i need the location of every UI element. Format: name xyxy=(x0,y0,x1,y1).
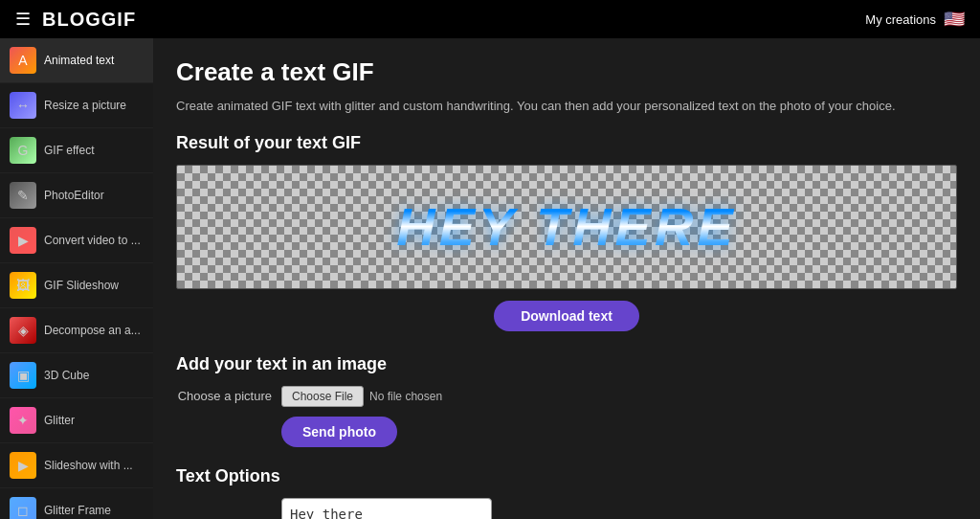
header-left: ☰ BLOGGIF xyxy=(15,9,136,31)
main-content: Create a text GIF Create animated GIF te… xyxy=(153,38,980,519)
language-flag-icon[interactable]: 🇺🇸 xyxy=(944,9,965,30)
sidebar-label-slideshow-with: Slideshow with ... xyxy=(44,459,133,472)
header-right: My creations 🇺🇸 xyxy=(865,9,965,30)
resize-picture-icon: ↔ xyxy=(10,92,36,119)
glitter-icon: ✦ xyxy=(10,407,36,434)
send-photo-button[interactable]: Send photo xyxy=(281,417,397,447)
sidebar-label-resize-picture: Resize a picture xyxy=(44,99,126,112)
sidebar-item-decompose[interactable]: ◈ Decompose an a... xyxy=(0,308,153,353)
sidebar-item-resize-picture[interactable]: ↔ Resize a picture xyxy=(0,83,153,128)
add-image-section-title: Add your text in an image xyxy=(176,354,957,374)
choose-picture-row: Choose a picture Choose File No file cho… xyxy=(176,386,957,407)
add-image-section: Add your text in an image Choose a pictu… xyxy=(176,354,957,447)
sidebar-item-animated-text[interactable]: A Animated text xyxy=(0,38,153,83)
3d-cube-icon: ▣ xyxy=(10,362,36,389)
photo-editor-icon: ✎ xyxy=(10,182,36,209)
sidebar-item-3d-cube[interactable]: ▣ 3D Cube xyxy=(0,353,153,398)
sidebar-item-convert-video[interactable]: ▶ Convert video to ... xyxy=(0,218,153,263)
text-options-title: Text Options xyxy=(176,466,957,486)
page-description: Create animated GIF text with glitter an… xyxy=(176,97,957,116)
gif-effect-icon: G xyxy=(10,137,36,164)
glitter-frame-icon: ◻ xyxy=(10,497,36,519)
your-text-row: Your text xyxy=(176,498,957,520)
logo: BLOGGIF xyxy=(42,9,136,31)
slideshow-with-icon: ▶ xyxy=(10,452,36,479)
your-text-input[interactable] xyxy=(281,498,492,520)
sidebar-label-photo-editor: PhotoEditor xyxy=(44,189,104,202)
my-creations-link[interactable]: My creations xyxy=(865,12,936,27)
sidebar-label-gif-slideshow: GIF Slideshow xyxy=(44,279,119,292)
convert-video-icon: ▶ xyxy=(10,227,36,254)
choose-picture-label: Choose a picture xyxy=(176,389,272,403)
sidebar-item-slideshow-with[interactable]: ▶ Slideshow with ... xyxy=(0,443,153,488)
animated-text-icon: A xyxy=(10,47,36,74)
sidebar-item-gif-slideshow[interactable]: 🖼 GIF Slideshow xyxy=(0,263,153,308)
download-text-button[interactable]: Download text xyxy=(494,301,639,331)
gif-slideshow-icon: 🖼 xyxy=(10,272,36,299)
text-options-section: Text Options Your text xyxy=(176,466,957,520)
gif-preview-area: HEY THERE xyxy=(176,165,957,289)
decompose-icon: ◈ xyxy=(10,317,36,344)
header: ☰ BLOGGIF My creations 🇺🇸 xyxy=(0,0,980,38)
sidebar: A Animated text ↔ Resize a picture G GIF… xyxy=(0,38,153,519)
sidebar-item-gif-effect[interactable]: G GIF effect xyxy=(0,128,153,173)
gif-preview-text: HEY THERE xyxy=(396,195,736,258)
sidebar-label-decompose: Decompose an a... xyxy=(44,324,141,337)
choose-file-button[interactable]: Choose File xyxy=(281,386,364,407)
sidebar-label-gif-effect: GIF effect xyxy=(44,144,94,157)
sidebar-label-3d-cube: 3D Cube xyxy=(44,369,89,382)
no-file-chosen-text: No file chosen xyxy=(369,390,442,403)
page-title: Create a text GIF xyxy=(176,57,957,87)
sidebar-label-glitter-frame: Glitter Frame xyxy=(44,504,111,517)
sidebar-item-photo-editor[interactable]: ✎ PhotoEditor xyxy=(0,173,153,218)
result-section-title: Result of your text GIF xyxy=(176,133,957,153)
sidebar-item-glitter-frame[interactable]: ◻ Glitter Frame xyxy=(0,488,153,519)
sidebar-label-animated-text: Animated text xyxy=(44,54,114,67)
body-wrap: A Animated text ↔ Resize a picture G GIF… xyxy=(0,38,980,519)
sidebar-label-convert-video: Convert video to ... xyxy=(44,234,141,247)
hamburger-menu-icon[interactable]: ☰ xyxy=(15,9,31,30)
file-input-wrap: Choose File No file chosen xyxy=(281,386,442,407)
sidebar-item-glitter[interactable]: ✦ Glitter xyxy=(0,398,153,443)
sidebar-label-glitter: Glitter xyxy=(44,414,75,427)
